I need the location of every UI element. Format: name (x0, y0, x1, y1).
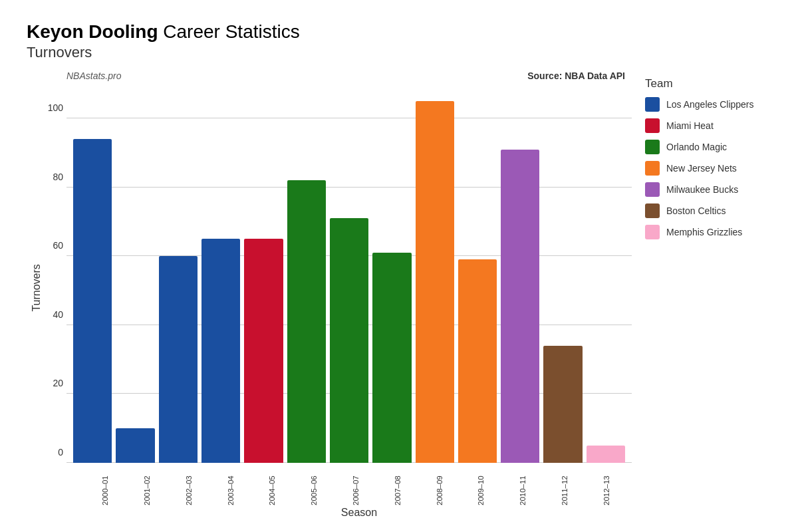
legend-label: Boston Celtics (666, 205, 726, 216)
x-label-group: 2002–03 (170, 466, 208, 505)
x-label-group: 2007–08 (378, 466, 416, 505)
legend-item: Orlando Magic (645, 140, 778, 154)
bar (458, 259, 497, 463)
bar (159, 256, 198, 463)
source-prefix: Source: (527, 70, 565, 81)
bar (416, 101, 454, 463)
grid-label: 100 (43, 102, 63, 113)
chart-plot: 020406080100 2000–012001–022002–032003–0… (47, 84, 632, 519)
legend-item: Boston Celtics (645, 203, 778, 218)
x-label-group: 2004–05 (253, 466, 291, 505)
legend-swatch (645, 161, 660, 176)
legend-item: Memphis Grizzlies (645, 225, 778, 239)
grid-and-bars: 020406080100 (66, 84, 632, 463)
grid-label: 60 (43, 240, 63, 251)
legend-swatch (645, 225, 660, 239)
bar (201, 239, 240, 463)
grid-label: 40 (43, 309, 63, 320)
x-label: 2002–03 (185, 466, 193, 505)
legend-label: Orlando Magic (666, 142, 727, 152)
bar-group (372, 84, 411, 463)
watermark-left: NBAstats.pro (66, 70, 121, 81)
grid-label: 20 (43, 378, 63, 388)
legend-swatch (645, 97, 660, 112)
legend-label: Milwaukee Bucks (666, 184, 738, 195)
legend-label: New Jersey Nets (666, 163, 737, 174)
source-watermark: NBAstats.pro Source: NBA Data API (27, 70, 632, 81)
x-label: 2012–13 (602, 466, 610, 505)
x-label-group: 2009–10 (462, 466, 500, 505)
legend: Team Los Angeles ClippersMiami HeatOrlan… (632, 70, 785, 519)
legend-item: Miami Heat (645, 118, 778, 133)
legend-title: Team (645, 77, 778, 90)
source-right: Source: NBA Data API (527, 70, 625, 81)
bar (244, 239, 283, 463)
title-block: Keyon Dooling Career Statistics Turnover… (27, 20, 785, 61)
x-label-group: 2012–13 (587, 466, 625, 505)
x-label: 2009–10 (477, 466, 485, 505)
legend-item: Los Angeles Clippers (645, 97, 778, 112)
bar (116, 428, 154, 463)
bar (501, 150, 539, 463)
bar (587, 446, 625, 463)
x-label: 2008–09 (436, 466, 444, 505)
x-label: 2011–12 (561, 466, 569, 505)
x-axis-labels: 2000–012001–022002–032003–042004–052005–… (47, 466, 632, 505)
legend-swatch (645, 203, 660, 218)
chart-area: NBAstats.pro Source: NBA Data API Turnov… (27, 70, 785, 519)
bar-group (116, 84, 154, 463)
legend-swatch (645, 118, 660, 133)
bar-group (543, 84, 582, 463)
x-label-group: 2003–04 (211, 466, 249, 505)
chart-subtitle: Turnovers (27, 44, 785, 61)
bar-group (501, 84, 539, 463)
bar-group (416, 84, 454, 463)
x-label: 2010–11 (519, 466, 527, 505)
legend-swatch (645, 182, 660, 197)
legend-label: Los Angeles Clippers (666, 99, 754, 110)
chart-container: NBAstats.pro Source: NBA Data API Turnov… (27, 70, 632, 519)
x-label: 2003–04 (227, 466, 235, 505)
bar-group (330, 84, 368, 463)
x-axis-title: Season (47, 507, 632, 519)
bar-group (287, 84, 326, 463)
x-label: 2000–01 (101, 466, 109, 505)
legend-label: Miami Heat (666, 120, 714, 131)
bar-group (458, 84, 497, 463)
bar (287, 180, 326, 463)
bar (73, 139, 112, 463)
x-label-group: 2005–06 (295, 466, 333, 505)
bar (543, 346, 582, 463)
x-label-group: 2008–09 (420, 466, 458, 505)
legend-swatch (645, 140, 660, 154)
x-label: 2006–07 (352, 466, 360, 505)
bar-group (587, 84, 625, 463)
source-api: NBA Data API (565, 70, 625, 81)
x-label-group: 2000–01 (86, 466, 124, 505)
legend-item: New Jersey Nets (645, 161, 778, 176)
x-label: 2007–08 (394, 466, 402, 505)
bars-row (66, 84, 632, 463)
x-label-group: 2001–02 (128, 466, 166, 505)
player-name: Keyon Dooling (27, 21, 158, 42)
grid-label: 80 (43, 172, 63, 182)
x-label: 2004–05 (268, 466, 276, 505)
bar-group (244, 84, 283, 463)
y-axis-label: Turnovers (27, 84, 47, 492)
bar (372, 253, 411, 463)
chart-inner: Turnovers 020406080100 2000–012001–02200… (27, 84, 632, 519)
chart-title: Career Statistics (158, 21, 300, 42)
bar (330, 218, 368, 463)
x-label-group: 2010–11 (504, 466, 542, 505)
bar-group (159, 84, 198, 463)
legend-label: Memphis Grizzlies (666, 227, 742, 237)
x-label-group: 2006–07 (337, 466, 375, 505)
x-label: 2005–06 (310, 466, 318, 505)
legend-item: Milwaukee Bucks (645, 182, 778, 197)
bar-group (73, 84, 112, 463)
x-label-group: 2011–12 (545, 466, 583, 505)
x-label: 2001–02 (143, 466, 151, 505)
grid-label: 0 (43, 447, 63, 458)
bar-group (201, 84, 240, 463)
